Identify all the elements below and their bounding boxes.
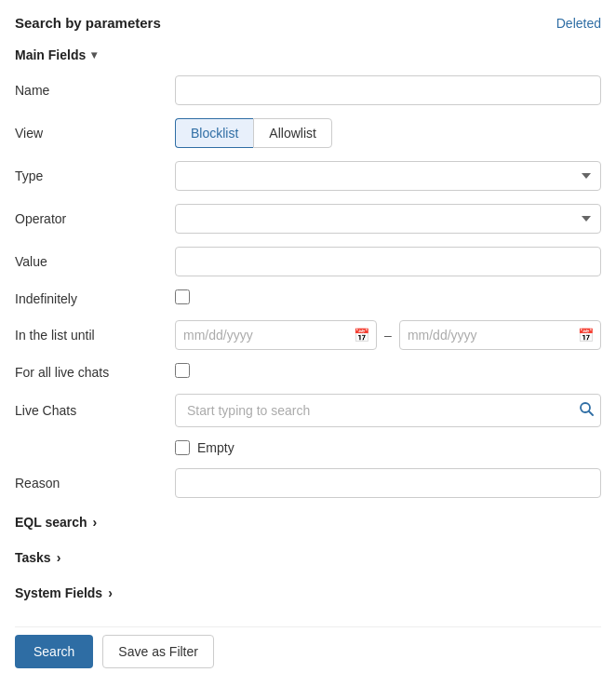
operator-label: Operator [15, 211, 164, 226]
reason-row: Reason [15, 468, 601, 498]
live-chats-label: Live Chats [15, 403, 164, 418]
system-fields-section[interactable]: System Fields › [15, 582, 601, 604]
system-fields-arrow: › [108, 585, 113, 600]
tasks-section[interactable]: Tasks › [15, 546, 601, 569]
empty-row: Empty [15, 440, 601, 455]
operator-select[interactable] [175, 204, 601, 234]
live-chats-search-wrap [175, 394, 601, 427]
name-row: Name [15, 75, 601, 105]
type-select-wrap [175, 161, 601, 191]
page-title: Search by parameters [15, 15, 161, 31]
date-separator: – [384, 328, 392, 343]
tasks-arrow: › [57, 550, 61, 565]
for-all-live-chats-label: For all live chats [15, 365, 164, 380]
search-header: Search by parameters Deleted [15, 15, 601, 31]
for-all-live-chats-checkbox[interactable] [175, 363, 190, 378]
indefinitely-label: Indefinitely [15, 291, 164, 306]
eql-search-arrow: › [93, 515, 98, 530]
reason-label: Reason [15, 476, 164, 491]
for-all-live-chats-wrap [175, 363, 601, 381]
date-from-wrap: 📅 [175, 320, 377, 350]
live-chats-search-input[interactable] [175, 394, 601, 427]
deleted-link[interactable]: Deleted [556, 16, 601, 31]
view-label: View [15, 126, 164, 141]
tasks-label: Tasks [15, 550, 51, 565]
operator-row: Operator [15, 204, 601, 234]
main-fields-section[interactable]: Main Fields ▾ [15, 47, 601, 62]
name-input-wrap [175, 75, 601, 105]
name-input[interactable] [175, 75, 601, 105]
live-chats-input-wrap [175, 394, 601, 427]
date-to-wrap: 📅 [399, 320, 601, 350]
name-label: Name [15, 83, 164, 98]
value-input-wrap [175, 247, 601, 276]
operator-select-wrap [175, 204, 601, 234]
date-from-input[interactable] [175, 320, 377, 350]
eql-search-label: EQL search [15, 515, 87, 530]
search-icon [579, 401, 594, 416]
type-row: Type [15, 161, 601, 191]
view-buttons-wrap: Blocklist Allowlist [175, 118, 601, 148]
type-label: Type [15, 168, 164, 183]
indefinitely-checkbox-wrap [175, 289, 601, 307]
empty-label: Empty [197, 440, 234, 455]
allowlist-button[interactable]: Allowlist [253, 118, 332, 148]
in-list-until-label: In the list until [15, 328, 164, 343]
for-all-live-chats-row: For all live chats [15, 363, 601, 381]
live-chats-search-icon-button[interactable] [579, 401, 594, 420]
view-buttons: Blocklist Allowlist [175, 118, 601, 148]
system-fields-label: System Fields [15, 585, 102, 600]
date-to-input[interactable] [399, 320, 601, 350]
svg-line-1 [589, 411, 593, 415]
reason-input[interactable] [175, 468, 601, 498]
view-row: View Blocklist Allowlist [15, 118, 601, 148]
type-select[interactable] [175, 161, 601, 191]
value-label: Value [15, 254, 164, 269]
search-button[interactable]: Search [15, 635, 93, 668]
blocklist-button[interactable]: Blocklist [175, 118, 253, 148]
live-chats-row: Live Chats [15, 394, 601, 427]
value-input[interactable] [175, 247, 601, 276]
footer-row: Search Save as Filter [15, 626, 601, 668]
in-list-until-row: In the list until 📅 – 📅 [15, 320, 601, 350]
date-range-wrap: 📅 – 📅 [175, 320, 601, 350]
reason-input-wrap [175, 468, 601, 498]
date-range: 📅 – 📅 [175, 320, 601, 350]
indefinitely-row: Indefinitely [15, 289, 601, 307]
main-fields-chevron: ▾ [91, 48, 97, 61]
empty-checkbox[interactable] [175, 440, 190, 455]
value-row: Value [15, 247, 601, 276]
eql-search-section[interactable]: EQL search › [15, 511, 601, 533]
indefinitely-checkbox[interactable] [175, 289, 190, 304]
save-filter-button[interactable]: Save as Filter [102, 635, 214, 668]
main-fields-label: Main Fields [15, 47, 86, 62]
